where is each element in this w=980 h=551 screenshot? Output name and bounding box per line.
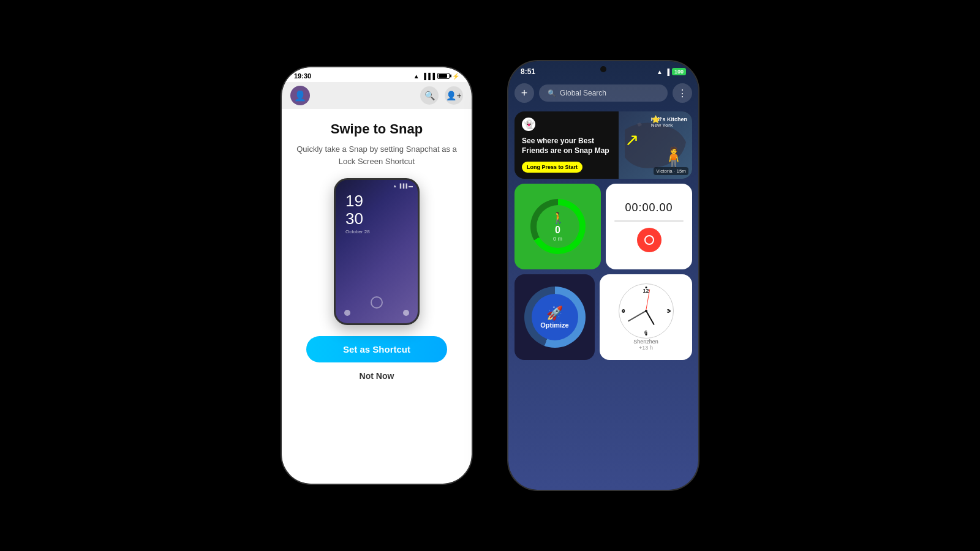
clock-num-9: 9 [622,308,625,314]
swipe-description: Quickly take a Snap by setting Snapchat … [294,143,459,167]
mockup-time: 19 30 [345,192,363,227]
phone1-time: 19:30 [294,72,311,80]
phone2-battery: 100 [672,68,686,75]
optimize-inner: 🚀 Optimize [532,294,578,340]
clock-minute-hand [628,310,646,321]
record-indicator [644,235,654,245]
phone-2-screen: 8:51 ▲ ▐ 100 + 🔍 Global Search ⋮ [508,61,698,490]
snap-map-right: ↗ Hell's Kitchen New York ⭐ 🧍 Victoria ·… [619,111,692,179]
search-button[interactable]: 🔍 [420,86,439,105]
add-widget-button[interactable]: + [514,83,534,103]
clock-center-dot [645,310,647,312]
widget-row-2: 🚀 Optimize 12 3 [514,274,692,360]
widget-row-1: 🚶 0 0 m 00:00.00 [514,184,692,269]
snap-map-text: See where your Best Friends are on Snap … [522,137,611,156]
wifi-icon: ▲ [413,73,420,80]
phone1-status-bar: 19:30 ▲ ▐▐▐ ⚡ [282,67,472,82]
phone-1-screen: 19:30 ▲ ▐▐▐ ⚡ 👤 🔍 👤+ [282,67,472,484]
optimize-label: Optimize [540,321,568,329]
mockup-icon-right [403,310,409,316]
bitmoji-avatar: 🧍 [662,146,686,169]
person-icon: 🚶 [551,211,565,225]
snap-map-widget[interactable]: 👻 See where your Best Friends are on Sna… [514,111,692,179]
stopwatch-display: 00:00.00 [625,201,673,214]
bolt-icon: ⚡ [452,73,459,80]
distance-unit: 0 m [553,236,562,242]
phone2-signal-icon: ▐ [665,69,669,75]
clock-num-3: 3 [666,308,669,314]
more-icon: ⋮ [677,88,687,99]
mockup-bottom-icons [344,310,409,316]
mockup-date: October 28 [345,229,370,234]
phone2-app-header: + 🔍 Global Search ⋮ [508,80,698,107]
battery-icon [437,73,450,79]
mockup-icon-left [344,310,350,316]
swipe-to-snap-content: Swipe to Snap Quickly take a Snap by set… [282,109,472,484]
fitness-widget[interactable]: 🚶 0 0 m [514,184,601,269]
phone2-content-area: 8:51 ▲ ▐ 100 + 🔍 Global Search ⋮ [508,61,698,490]
clock-hour-hand [646,311,655,326]
not-now-button[interactable]: Not Now [360,371,394,381]
stopwatch-widget[interactable]: 00:00.00 [606,184,692,269]
record-button[interactable] [637,228,662,252]
phone-2: 8:51 ▲ ▐ 100 + 🔍 Global Search ⋮ [508,61,698,490]
plus-icon: + [521,87,528,100]
ghost-icon: 👻 [524,119,534,129]
phone2-status-icons: ▲ ▐ 100 [657,68,686,75]
victoria-label: Victoria · 15m [654,167,688,175]
fingerprint-icon [371,296,383,309]
clock-city: Shenzhen [633,339,658,345]
phone2-wifi-icon: ▲ [657,69,663,75]
widgets-container: 👻 See where your Best Friends are on Sna… [508,107,698,490]
phone1-app-header: 👤 🔍 👤+ [282,82,472,109]
more-options-button[interactable]: ⋮ [673,83,692,103]
step-count: 0 [555,225,560,236]
rocket-icon: 🚀 [546,305,563,321]
star-icon: ⭐ [651,115,660,124]
global-search-bar[interactable]: 🔍 Global Search [539,84,668,102]
signal-icon: ▐▐▐ [422,73,435,80]
snapchat-logo: 👻 [522,118,535,131]
swipe-title: Swipe to Snap [331,121,423,137]
phone-mockup: ▲ ▐▐▐ ▬ 19 30 October 28 [334,178,420,325]
search-icon: 🔍 [548,89,556,97]
fitness-inner: 🚶 0 0 m [537,205,579,248]
clock-widget[interactable]: 12 3 6 9 Shenzhen +13 h [600,274,692,360]
stopwatch-progress-bar [614,220,684,222]
snap-arrow: ↗ [625,130,639,150]
fitness-ring: 🚶 0 0 m [530,199,586,254]
clock-num-12: 12 [643,288,649,294]
snap-map-left: 👻 See where your Best Friends are on Sna… [514,111,619,179]
snap-map-cta[interactable]: Long Press to Start [522,162,582,173]
header-icons: 🔍 👤+ [420,86,463,105]
phone2-time: 8:51 [521,67,535,76]
clock-offset: +13 h [639,345,653,351]
user-avatar[interactable]: 👤 [290,86,310,105]
search-placeholder-text: Global Search [560,89,606,97]
optimize-ring: 🚀 Optimize [524,287,586,348]
clock-num-6: 6 [644,329,647,335]
set-shortcut-button[interactable]: Set as Shortcut [306,336,447,362]
mockup-status: ▲ ▐▐▐ ▬ [393,184,413,188]
phone1-status-icons: ▲ ▐▐▐ ⚡ [413,73,459,80]
add-friend-button[interactable]: 👤+ [445,86,463,105]
clock-face: 12 3 6 9 [619,283,674,339]
punch-hole-camera [600,66,606,72]
phone1-content-area: 19:30 ▲ ▐▐▐ ⚡ 👤 🔍 👤+ [282,67,472,484]
optimize-widget[interactable]: 🚀 Optimize [514,274,595,360]
phone-1: 19:30 ▲ ▐▐▐ ⚡ 👤 🔍 👤+ [282,67,472,484]
